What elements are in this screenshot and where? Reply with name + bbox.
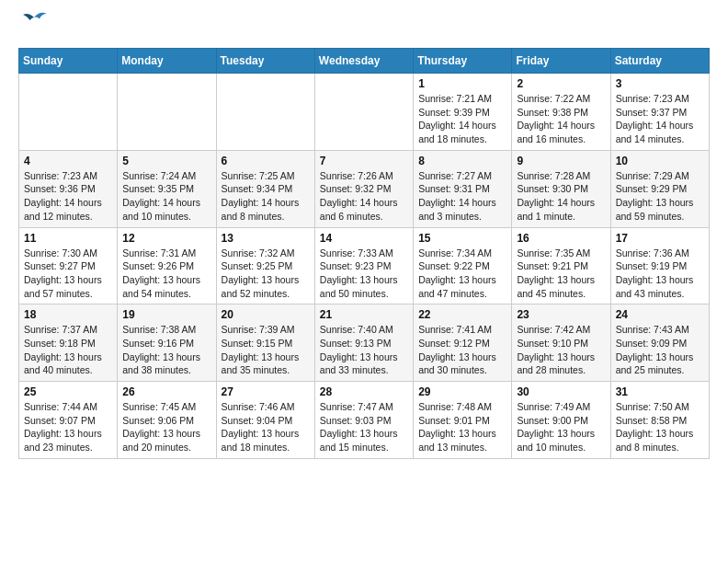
calendar-week-row: 11Sunrise: 7:30 AMSunset: 9:27 PMDayligh… bbox=[19, 227, 710, 304]
day-info: Sunrise: 7:39 AMSunset: 9:15 PMDaylight:… bbox=[222, 323, 310, 377]
calendar-table: SundayMondayTuesdayWednesdayThursdayFrid… bbox=[18, 48, 710, 459]
day-info: Sunrise: 7:33 AMSunset: 9:23 PMDaylight:… bbox=[320, 247, 408, 301]
weekday-header-thursday: Thursday bbox=[414, 49, 512, 74]
calendar-cell: 15Sunrise: 7:34 AMSunset: 9:22 PMDayligh… bbox=[414, 227, 512, 304]
day-number: 10 bbox=[616, 155, 704, 167]
calendar-cell: 14Sunrise: 7:33 AMSunset: 9:23 PMDayligh… bbox=[314, 227, 413, 304]
weekday-header-tuesday: Tuesday bbox=[216, 49, 314, 74]
day-number: 19 bbox=[122, 308, 210, 321]
calendar-cell: 21Sunrise: 7:40 AMSunset: 9:13 PMDayligh… bbox=[314, 304, 413, 382]
day-number: 20 bbox=[222, 308, 310, 321]
day-number: 13 bbox=[222, 232, 310, 245]
day-number: 29 bbox=[418, 385, 506, 398]
day-info: Sunrise: 7:32 AMSunset: 9:25 PMDaylight:… bbox=[222, 247, 310, 301]
day-info: Sunrise: 7:23 AMSunset: 9:36 PMDaylight:… bbox=[24, 169, 112, 224]
day-number: 12 bbox=[122, 232, 210, 245]
calendar-cell bbox=[19, 74, 118, 151]
day-number: 25 bbox=[24, 385, 112, 398]
calendar-cell: 26Sunrise: 7:45 AMSunset: 9:06 PMDayligh… bbox=[118, 382, 216, 459]
calendar-cell: 16Sunrise: 7:35 AMSunset: 9:21 PMDayligh… bbox=[512, 227, 610, 304]
day-info: Sunrise: 7:48 AMSunset: 9:01 PMDaylight:… bbox=[418, 400, 506, 454]
day-number: 11 bbox=[24, 232, 112, 245]
day-number: 4 bbox=[24, 155, 112, 167]
day-number: 27 bbox=[222, 385, 310, 398]
day-number: 1 bbox=[418, 77, 506, 90]
calendar-cell: 4Sunrise: 7:23 AMSunset: 9:36 PMDaylight… bbox=[19, 150, 118, 227]
day-number: 31 bbox=[616, 385, 704, 398]
day-info: Sunrise: 7:38 AMSunset: 9:16 PMDaylight:… bbox=[122, 323, 210, 377]
day-info: Sunrise: 7:42 AMSunset: 9:10 PMDaylight:… bbox=[517, 323, 605, 377]
day-info: Sunrise: 7:49 AMSunset: 9:00 PMDaylight:… bbox=[517, 400, 605, 454]
calendar-cell: 25Sunrise: 7:44 AMSunset: 9:07 PMDayligh… bbox=[19, 382, 118, 459]
day-number: 5 bbox=[122, 155, 210, 167]
day-info: Sunrise: 7:24 AMSunset: 9:35 PMDaylight:… bbox=[122, 169, 210, 224]
day-info: Sunrise: 7:35 AMSunset: 9:21 PMDaylight:… bbox=[517, 247, 605, 301]
logo bbox=[18, 18, 48, 39]
day-number: 7 bbox=[320, 155, 408, 167]
day-number: 14 bbox=[320, 232, 408, 245]
day-number: 8 bbox=[418, 155, 506, 167]
calendar-cell: 6Sunrise: 7:25 AMSunset: 9:34 PMDaylight… bbox=[216, 150, 314, 227]
calendar-cell: 20Sunrise: 7:39 AMSunset: 9:15 PMDayligh… bbox=[216, 304, 314, 382]
calendar-cell: 11Sunrise: 7:30 AMSunset: 9:27 PMDayligh… bbox=[19, 227, 118, 304]
calendar-week-row: 1Sunrise: 7:21 AMSunset: 9:39 PMDaylight… bbox=[19, 74, 710, 151]
day-number: 2 bbox=[517, 77, 605, 90]
day-number: 17 bbox=[616, 232, 704, 245]
day-info: Sunrise: 7:29 AMSunset: 9:29 PMDaylight:… bbox=[616, 169, 704, 224]
calendar-cell: 3Sunrise: 7:23 AMSunset: 9:37 PMDaylight… bbox=[610, 74, 709, 151]
day-info: Sunrise: 7:43 AMSunset: 9:09 PMDaylight:… bbox=[616, 323, 704, 377]
day-number: 22 bbox=[418, 308, 506, 321]
calendar-cell: 29Sunrise: 7:48 AMSunset: 9:01 PMDayligh… bbox=[414, 382, 512, 459]
day-info: Sunrise: 7:45 AMSunset: 9:06 PMDaylight:… bbox=[122, 400, 210, 454]
calendar-header-row: SundayMondayTuesdayWednesdayThursdayFrid… bbox=[19, 49, 710, 74]
calendar-cell: 2Sunrise: 7:22 AMSunset: 9:38 PMDaylight… bbox=[512, 74, 610, 151]
calendar-cell: 24Sunrise: 7:43 AMSunset: 9:09 PMDayligh… bbox=[610, 304, 709, 382]
page-header bbox=[18, 18, 710, 39]
day-info: Sunrise: 7:28 AMSunset: 9:30 PMDaylight:… bbox=[517, 169, 605, 224]
day-number: 26 bbox=[122, 385, 210, 398]
calendar-cell: 22Sunrise: 7:41 AMSunset: 9:12 PMDayligh… bbox=[414, 304, 512, 382]
day-number: 3 bbox=[616, 77, 704, 90]
calendar-cell: 9Sunrise: 7:28 AMSunset: 9:30 PMDaylight… bbox=[512, 150, 610, 227]
day-info: Sunrise: 7:21 AMSunset: 9:39 PMDaylight:… bbox=[418, 92, 506, 146]
day-info: Sunrise: 7:37 AMSunset: 9:18 PMDaylight:… bbox=[24, 323, 112, 377]
calendar-cell: 1Sunrise: 7:21 AMSunset: 9:39 PMDaylight… bbox=[414, 74, 512, 151]
day-info: Sunrise: 7:23 AMSunset: 9:37 PMDaylight:… bbox=[616, 92, 704, 146]
day-number: 30 bbox=[517, 385, 605, 398]
day-info: Sunrise: 7:50 AMSunset: 8:58 PMDaylight:… bbox=[616, 400, 704, 454]
calendar-cell: 12Sunrise: 7:31 AMSunset: 9:26 PMDayligh… bbox=[118, 227, 216, 304]
day-info: Sunrise: 7:34 AMSunset: 9:22 PMDaylight:… bbox=[418, 247, 506, 301]
calendar-cell bbox=[216, 74, 314, 151]
day-info: Sunrise: 7:27 AMSunset: 9:31 PMDaylight:… bbox=[418, 169, 506, 224]
calendar-cell: 13Sunrise: 7:32 AMSunset: 9:25 PMDayligh… bbox=[216, 227, 314, 304]
day-number: 23 bbox=[517, 308, 605, 321]
day-info: Sunrise: 7:30 AMSunset: 9:27 PMDaylight:… bbox=[24, 247, 112, 301]
day-number: 18 bbox=[24, 308, 112, 321]
calendar-week-row: 18Sunrise: 7:37 AMSunset: 9:18 PMDayligh… bbox=[19, 304, 710, 382]
calendar-cell: 18Sunrise: 7:37 AMSunset: 9:18 PMDayligh… bbox=[19, 304, 118, 382]
day-info: Sunrise: 7:36 AMSunset: 9:19 PMDaylight:… bbox=[616, 247, 704, 301]
calendar-cell: 19Sunrise: 7:38 AMSunset: 9:16 PMDayligh… bbox=[118, 304, 216, 382]
calendar-cell: 10Sunrise: 7:29 AMSunset: 9:29 PMDayligh… bbox=[610, 150, 709, 227]
calendar-cell: 23Sunrise: 7:42 AMSunset: 9:10 PMDayligh… bbox=[512, 304, 610, 382]
day-info: Sunrise: 7:31 AMSunset: 9:26 PMDaylight:… bbox=[122, 247, 210, 301]
day-info: Sunrise: 7:41 AMSunset: 9:12 PMDaylight:… bbox=[418, 323, 506, 377]
calendar-week-row: 4Sunrise: 7:23 AMSunset: 9:36 PMDaylight… bbox=[19, 150, 710, 227]
day-info: Sunrise: 7:26 AMSunset: 9:32 PMDaylight:… bbox=[320, 169, 408, 224]
calendar-cell: 7Sunrise: 7:26 AMSunset: 9:32 PMDaylight… bbox=[314, 150, 413, 227]
weekday-header-sunday: Sunday bbox=[19, 49, 118, 74]
calendar-week-row: 25Sunrise: 7:44 AMSunset: 9:07 PMDayligh… bbox=[19, 382, 710, 459]
calendar-cell: 27Sunrise: 7:46 AMSunset: 9:04 PMDayligh… bbox=[216, 382, 314, 459]
calendar-cell: 5Sunrise: 7:24 AMSunset: 9:35 PMDaylight… bbox=[118, 150, 216, 227]
day-info: Sunrise: 7:22 AMSunset: 9:38 PMDaylight:… bbox=[517, 92, 605, 146]
weekday-header-wednesday: Wednesday bbox=[314, 49, 413, 74]
calendar-cell: 28Sunrise: 7:47 AMSunset: 9:03 PMDayligh… bbox=[314, 382, 413, 459]
weekday-header-friday: Friday bbox=[512, 49, 610, 74]
weekday-header-saturday: Saturday bbox=[610, 49, 709, 74]
day-info: Sunrise: 7:46 AMSunset: 9:04 PMDaylight:… bbox=[222, 400, 310, 454]
day-number: 28 bbox=[320, 385, 408, 398]
day-number: 16 bbox=[517, 232, 605, 245]
calendar-cell: 17Sunrise: 7:36 AMSunset: 9:19 PMDayligh… bbox=[610, 227, 709, 304]
calendar-cell bbox=[314, 74, 413, 151]
calendar-cell bbox=[118, 74, 216, 151]
